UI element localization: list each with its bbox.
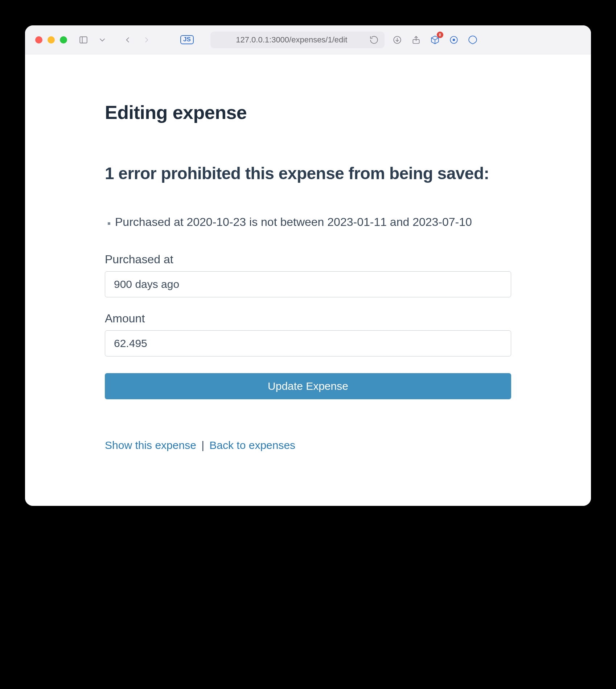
forward-button-icon [140,34,153,46]
error-list: Purchased at 2020-10-23 is not between 2… [105,213,511,231]
reload-icon[interactable] [368,34,380,46]
amount-input[interactable] [105,330,511,356]
link-separator: | [199,439,206,451]
minimize-window-button[interactable] [48,36,55,44]
purchased-at-field: Purchased at [105,253,511,297]
svg-point-6 [453,38,455,41]
page-body: Editing expense 1 error prohibited this … [25,54,591,506]
amount-field: Amount [105,312,511,356]
extension-badge-count: II [437,32,443,38]
footer-links: Show this expense | Back to expenses [105,439,511,451]
address-bar[interactable]: 127.0.0.1:3000/expenses/1/edit [210,32,385,48]
cube-extension-icon[interactable]: II [429,34,441,46]
back-to-expenses-link[interactable]: Back to expenses [209,439,295,451]
purchased-at-label: Purchased at [105,253,511,266]
expense-form: Purchased at Amount Update Expense [105,253,511,399]
window-controls [35,36,67,44]
error-heading: 1 error prohibited this expense from bei… [105,163,511,184]
zoom-window-button[interactable] [60,36,67,44]
downloads-icon[interactable] [391,34,403,46]
amount-label: Amount [105,312,511,325]
password-manager-icon[interactable] [448,34,460,46]
sidebar-toggle-icon[interactable] [77,34,90,46]
update-expense-button[interactable]: Update Expense [105,373,511,399]
js-extension-badge[interactable]: JS [180,35,194,44]
back-button-icon[interactable] [122,34,134,46]
svg-rect-0 [80,37,87,43]
error-list-item: Purchased at 2020-10-23 is not between 2… [115,213,511,231]
browser-toolbar: JS 127.0.0.1:3000/expenses/1/edit II [25,25,591,54]
address-bar-url: 127.0.0.1:3000/expenses/1/edit [236,35,347,45]
page-title: Editing expense [105,102,511,123]
share-icon[interactable] [410,34,422,46]
browser-window: JS 127.0.0.1:3000/expenses/1/edit II Edi… [25,25,591,506]
purchased-at-input[interactable] [105,271,511,297]
show-expense-link[interactable]: Show this expense [105,439,196,451]
tab-groups-chevron-icon[interactable] [96,34,108,46]
ublock-extension-icon[interactable] [467,34,479,46]
close-window-button[interactable] [35,36,42,44]
